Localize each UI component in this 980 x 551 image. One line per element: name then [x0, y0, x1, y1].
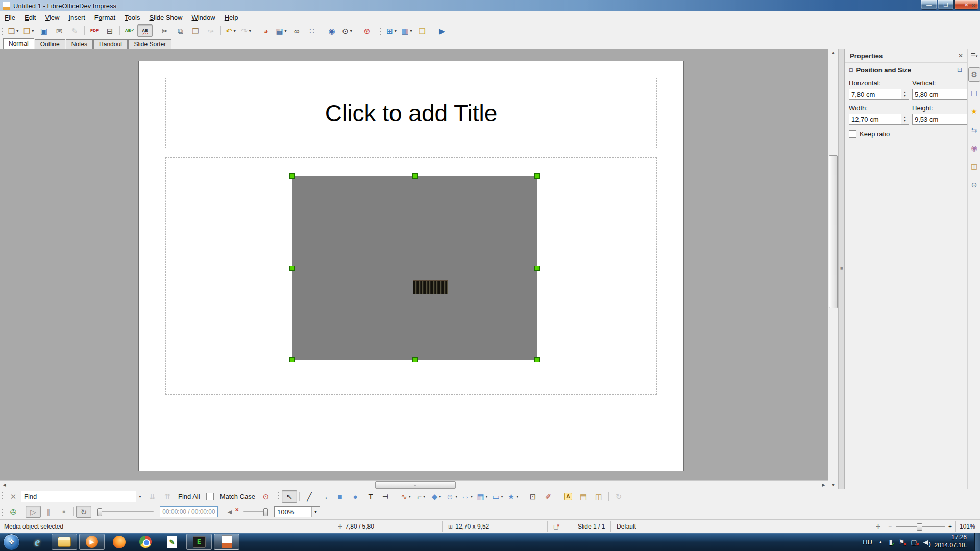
toolbar-grip[interactable] — [2, 26, 4, 35]
selection-handle[interactable] — [534, 266, 540, 271]
line-button[interactable]: ╱ — [302, 490, 317, 503]
clone-formatting-button[interactable]: ✑ — [203, 24, 218, 37]
horizontal-scrollbar[interactable]: ◀ ≡ ▶ — [0, 480, 828, 489]
find-previous-button[interactable]: ⇈ — [160, 490, 175, 503]
slide-layout-button[interactable]: ▥▾ — [399, 24, 414, 37]
properties-tab[interactable]: ⚙ — [968, 67, 980, 82]
view-tab-slide-sorter[interactable]: Slide Sorter — [128, 39, 172, 49]
menu-slide-show[interactable]: Slide Show — [144, 12, 187, 23]
width-input[interactable]: 12,70 cm ▲▼ — [849, 114, 909, 125]
selection-handle[interactable] — [289, 357, 295, 362]
zoom-out-button[interactable]: − — [888, 520, 892, 533]
dropdown-arrow-icon[interactable]: ▾ — [516, 494, 518, 499]
undo-button[interactable]: ↶▾ — [223, 24, 238, 37]
keep-ratio-checkbox[interactable]: Keep ratio — [849, 130, 967, 138]
save-button[interactable]: ▣ — [36, 24, 52, 37]
menu-format[interactable]: Format — [90, 12, 120, 23]
combo-dropdown-icon[interactable]: ▼ — [311, 507, 320, 517]
vertical-input[interactable]: 5,80 cm — [912, 89, 969, 100]
vertical-scrollbar[interactable]: ▲ ▼ — [828, 49, 838, 489]
minimize-button[interactable]: — — [921, 0, 937, 10]
menu-insert[interactable]: Insert — [64, 12, 90, 23]
taskbar-notepad-plus-plus[interactable]: ✎ — [160, 534, 184, 549]
custom-animation-tab[interactable]: ★ — [968, 104, 980, 118]
new-slide-button[interactable]: ⊞▾ — [384, 24, 399, 37]
action-center-icon[interactable]: ⚑✕ — [899, 538, 905, 546]
volume-slider[interactable] — [243, 511, 268, 512]
dropdown-arrow-icon[interactable]: ▾ — [410, 29, 412, 33]
redo-button[interactable]: ↷▾ — [238, 24, 254, 37]
dropdown-arrow-icon[interactable]: ▾ — [350, 29, 352, 33]
curve-button[interactable]: ∿▾ — [398, 490, 413, 503]
stars-button[interactable]: ★▾ — [505, 490, 521, 503]
master-pages-tab[interactable]: ▤ — [968, 86, 980, 100]
media-position-slider[interactable] — [97, 511, 154, 512]
find-next-button[interactable]: ⇊ — [144, 490, 160, 503]
connector-button[interactable]: ⌐▾ — [413, 490, 429, 503]
restore-button[interactable]: ❐ — [938, 0, 954, 10]
insert-media-button[interactable]: ✇ — [6, 506, 21, 518]
paste-button[interactable]: ❒ — [188, 24, 203, 37]
rotate-button[interactable]: ↻ — [611, 490, 626, 503]
collapse-icon[interactable]: ⊟ — [849, 67, 853, 73]
print-file-button[interactable]: ⊟ — [102, 24, 117, 37]
combo-dropdown-icon[interactable]: ▼ — [136, 491, 144, 502]
sidebar-settings-icon[interactable]: ☰▾ — [971, 52, 977, 59]
zoom-in-button[interactable]: + — [948, 520, 952, 533]
slide-design-button[interactable]: ❏ — [414, 24, 430, 37]
scroll-up-icon[interactable]: ▲ — [829, 49, 838, 57]
scroll-right-icon[interactable]: ▶ — [819, 481, 828, 489]
taskbar-firefox[interactable] — [107, 534, 131, 549]
insert-image-button[interactable]: ▤ — [576, 490, 591, 503]
position-and-size-section[interactable]: ⊟ Position and Size ⊡ — [845, 64, 967, 76]
title-placeholder[interactable]: Click to add Title — [165, 78, 657, 148]
dropdown-arrow-icon[interactable]: ▾ — [234, 29, 236, 33]
height-input[interactable]: 9,53 cm — [912, 114, 969, 125]
start-slideshow-button[interactable]: ▶ — [434, 24, 450, 37]
usb-safely-remove-icon[interactable]: ▮✓ — [889, 538, 892, 546]
open-button[interactable]: ❐▾ — [21, 24, 36, 37]
play-button[interactable]: ▷ — [26, 506, 41, 518]
selection-handle[interactable] — [534, 173, 540, 179]
zoom-button[interactable]: ⊙▾ — [339, 24, 355, 37]
dropdown-arrow-icon[interactable]: ▾ — [285, 29, 287, 33]
close-document-button[interactable]: ✕ — [971, 2, 976, 9]
vertical-scrollbar-thumb[interactable] — [829, 155, 838, 308]
dialog-launcher-icon[interactable]: ⊡ — [957, 66, 962, 73]
slide-style-field[interactable]: Default — [617, 520, 636, 533]
menu-window[interactable]: Window — [187, 12, 219, 23]
select-button[interactable]: ↖ — [282, 490, 297, 503]
horizontal-scrollbar-thumb[interactable]: ≡ — [375, 481, 456, 489]
dropdown-arrow-icon[interactable]: ▾ — [16, 29, 18, 33]
dropdown-arrow-icon[interactable]: ▾ — [409, 494, 411, 499]
find-and-replace-button[interactable]: ⊙ — [258, 490, 274, 503]
taskbar-internet-explorer[interactable]: e — [25, 534, 50, 549]
view-tab-outline[interactable]: Outline — [35, 39, 65, 49]
dropdown-arrow-icon[interactable]: ▾ — [423, 494, 425, 499]
taskbar-media-player[interactable]: ▶ — [79, 534, 105, 550]
basic-shapes-button[interactable]: ◆▾ — [429, 490, 444, 503]
export-as-pdf-button[interactable]: PDF — [87, 24, 102, 37]
dropdown-arrow-icon[interactable]: ▾ — [501, 494, 503, 499]
rectangle-button[interactable]: ■ — [332, 490, 348, 503]
callouts-button[interactable]: ▭▾ — [490, 490, 505, 503]
symbol-shapes-button[interactable]: ☺▾ — [444, 490, 459, 503]
selection-handle[interactable] — [289, 173, 295, 179]
flowchart-button[interactable]: ▦▾ — [475, 490, 490, 503]
document-as-email-button[interactable]: ✉ — [52, 24, 67, 37]
drawing-toolbar-grip[interactable] — [278, 492, 280, 501]
glue-points-button[interactable]: ✐ — [541, 490, 556, 503]
dropdown-arrow-icon[interactable]: ▾ — [395, 29, 397, 33]
menu-view[interactable]: View — [40, 12, 64, 23]
panel-close-icon[interactable]: ✕ — [958, 52, 963, 59]
dropdown-arrow-icon[interactable]: ▾ — [439, 494, 441, 499]
selection-handle[interactable] — [289, 266, 295, 271]
insert-chart-button[interactable]: ◕ — [258, 24, 274, 37]
new-document-button[interactable]: ❏▾ — [6, 24, 21, 37]
dropdown-arrow-icon[interactable]: ▾ — [471, 494, 473, 499]
insert-table-button[interactable]: ▦▾ — [274, 24, 289, 37]
line-ends-with-arrow-button[interactable]: → — [317, 490, 332, 503]
slide-transition-tab[interactable]: ⇆ — [968, 122, 980, 137]
volume-slider-thumb[interactable] — [263, 508, 268, 516]
view-tab-normal[interactable]: Normal — [3, 38, 34, 49]
